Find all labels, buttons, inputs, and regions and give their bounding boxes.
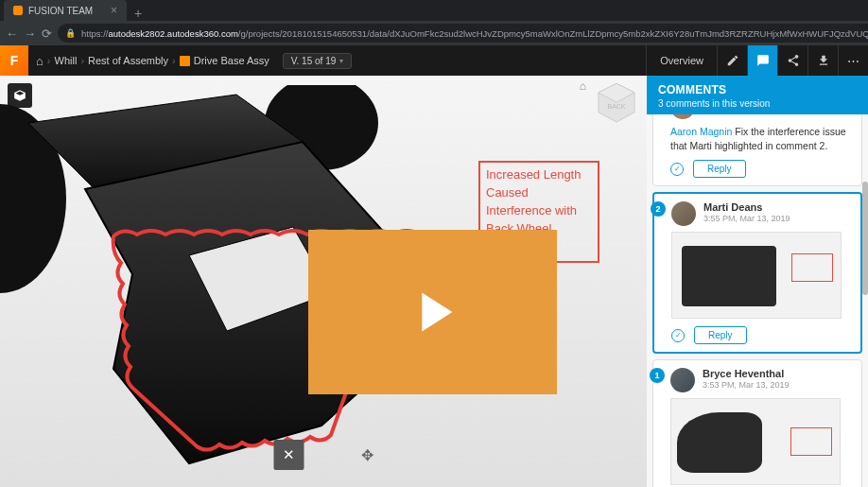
toolbar-right: Overview ⋯ [646,45,868,76]
browser-tab-strip: FUSION TEAM × + [0,0,868,21]
comment-author: Bryce Heventhal [703,368,790,379]
comment-thumbnail[interactable] [670,398,841,485]
back-button[interactable]: ← [6,26,18,41]
tab-favicon [13,6,23,15]
browser-toolbar: ← → ⟳ 🔒 https://autodesk2802.autodesk360… [0,21,868,45]
lock-icon: 🔒 [65,28,76,38]
comment-thread[interactable]: Aaron Magnin Fix the interference issue … [652,114,862,186]
breadcrumb-separator: › [47,55,51,66]
app-toolbar: F ⌂ › Whill › Rest of Assembly › Drive B… [0,45,868,76]
breadcrumb-separator: › [172,55,176,66]
avatar [671,201,696,226]
edit-button[interactable] [717,45,747,76]
mention: Aaron Magnin [670,126,732,137]
address-bar[interactable]: 🔒 https://autodesk2802.autodesk360.com/g… [58,24,868,43]
svg-text:BACK: BACK [608,103,626,110]
fusion-logo[interactable]: F [0,45,28,76]
thread-number-badge: 2 [651,201,666,217]
thread-list[interactable]: Aaron Magnin Fix the interference issue … [647,114,868,487]
resolve-icon[interactable]: ✓ [671,329,685,342]
comments-panel-header: COMMENTS 3 comments in this version [647,76,868,114]
download-button[interactable] [807,45,838,76]
viewcube[interactable]: BACK [592,79,641,129]
version-dropdown[interactable]: V. 15 of 19 ▾ [283,53,352,69]
viewport-3d[interactable]: ⌂ BACK [0,76,647,487]
more-menu-button[interactable]: ⋯ [838,45,868,76]
breadcrumb-item[interactable]: Drive Base Assy [180,55,269,66]
avatar [670,114,695,119]
orbit-icon[interactable]: ✥ [361,446,373,464]
breadcrumb-separator: › [80,55,84,66]
share-button[interactable] [777,45,807,76]
comment-body: Aaron Magnin Fix the interference issue … [670,125,854,152]
version-label: V. 15 of 19 [291,56,336,66]
overview-button[interactable]: Overview [646,45,717,76]
home-icon[interactable]: ⌂ [36,54,43,68]
forward-button[interactable]: → [24,26,36,41]
comment-thread[interactable]: 2 Marti Deans 3:55 PM, Mar 13, 2019 ✓ Re… [652,192,862,354]
viewcube-home-icon[interactable]: ⌂ [580,79,586,93]
comment-timestamp: 3:55 PM, Mar 13, 2019 [703,214,790,223]
reload-button[interactable]: ⟳ [42,26,52,41]
comment-thread[interactable]: 1 Bryce Heventhal 3:53 PM, Mar 13, 2019 … [652,359,862,487]
viewport-bottom-tools: ✕ ✥ [274,440,373,470]
video-play-overlay[interactable] [308,230,557,394]
resolve-icon[interactable]: ✓ [670,163,684,176]
comments-panel: COMMENTS 3 comments in this version Aaro… [647,76,868,487]
tab-close-icon[interactable]: × [111,4,117,17]
url-text: https://autodesk2802.autodesk360.com/g/p… [81,28,868,39]
reply-button[interactable]: Reply [694,326,747,344]
breadcrumb: ⌂ › Whill › Rest of Assembly › Drive Bas… [28,53,359,69]
content-area: ⌂ BACK [0,76,868,487]
chevron-down-icon: ▾ [339,57,343,65]
panel-title: COMMENTS [658,83,857,96]
breadcrumb-item[interactable]: Whill [55,55,78,66]
thread-number-badge: 1 [650,368,665,383]
panel-subtitle: 3 comments in this version [658,98,857,109]
browser-tab[interactable]: FUSION TEAM × [4,0,127,21]
new-tab-button[interactable]: + [127,6,149,21]
avatar [670,368,695,392]
comment-thumbnail[interactable] [671,232,842,319]
assembly-icon [180,56,190,66]
comment-timestamp: 3:53 PM, Mar 13, 2019 [703,380,790,390]
comments-button[interactable] [747,45,777,76]
comment-author: Marti Deans [703,201,790,213]
tab-title: FUSION TEAM [28,6,93,16]
reply-button[interactable]: Reply [693,160,746,178]
close-markup-button[interactable]: ✕ [274,440,304,470]
breadcrumb-item[interactable]: Rest of Assembly [88,55,168,66]
scrollbar-thumb[interactable] [862,182,868,295]
